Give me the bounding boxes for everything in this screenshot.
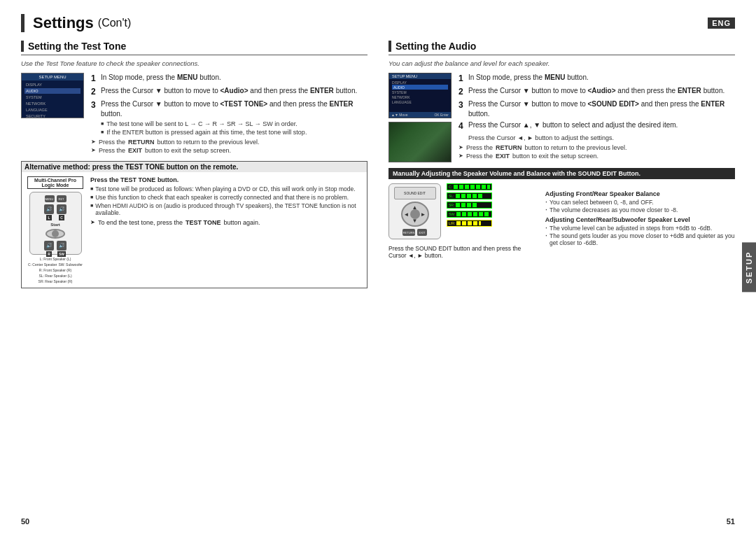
right-screen-2 bbox=[388, 122, 451, 162]
eq-label-3: SR: bbox=[449, 203, 454, 207]
speaker-R: 🔊 R bbox=[44, 241, 54, 257]
bullet-1: The test tone will be sent to L → C → R … bbox=[101, 120, 368, 127]
remote-bottom-btns: RETURN EXIT bbox=[402, 229, 427, 236]
menu-item: SECURITY bbox=[24, 113, 80, 118]
right-step-text-4: Press the Cursor ▲, ▼ button to select a… bbox=[468, 120, 678, 132]
speaker-legend: L: Front Speaker (L) C: Center Speaker S… bbox=[27, 257, 83, 283]
page-num-left: 50 bbox=[21, 517, 29, 526]
ssm-header-1: SETUP MENU bbox=[389, 73, 451, 79]
remote-nav-large: ▲ ▼ ◄ ► bbox=[401, 202, 429, 227]
step-num-2: 2 bbox=[91, 86, 101, 97]
step-text-3: Press the Cursor ▼ button to move to <TE… bbox=[101, 99, 368, 118]
right-step-3: 3 Press the Cursor ▼ button to move to <… bbox=[458, 99, 735, 118]
remote-btn-2: EXIT bbox=[417, 229, 427, 236]
right-step-text-3: Press the Cursor ▼ button to move to <SO… bbox=[468, 99, 735, 118]
nav-left: ◄ bbox=[404, 211, 410, 218]
speaker-label-SW: SW bbox=[57, 251, 66, 257]
speaker-icons-row: 🔊 L 🔊 C bbox=[44, 204, 66, 220]
ssm-item-active: AUDIO bbox=[392, 85, 448, 90]
eq-fill-1 bbox=[454, 185, 490, 189]
eq-fill-4 bbox=[456, 212, 490, 216]
right-step-text-1: In Stop mode, press the MENU button. bbox=[468, 73, 589, 84]
step-num-1: 1 bbox=[91, 73, 101, 84]
sound-edit-remote-eq: SOUND EDIT ▲ ▼ ◄ ► RETU bbox=[388, 183, 538, 239]
speaker-label-C: C bbox=[59, 215, 64, 220]
left-steps-area: SETUP MENU DISPLAY AUDIO SYSTEM NETWORK … bbox=[21, 73, 368, 155]
title-text: Settings bbox=[33, 14, 94, 32]
eq-row-4: SW: bbox=[447, 211, 492, 218]
nav-right: ► bbox=[421, 211, 426, 218]
ssm-items-1: DISPLAY AUDIO SYSTEM NETWORK LANGUAGE bbox=[389, 79, 451, 112]
speaker-SW: 🔊 SW bbox=[57, 241, 66, 257]
step-num-3: 3 bbox=[91, 99, 101, 118]
alt-method-box: Alternative method: press the TEST TONE … bbox=[21, 161, 368, 288]
eq-label-1: C: bbox=[449, 185, 452, 189]
remote-top-area: SOUND EDIT bbox=[394, 187, 436, 199]
right-screen-1: SETUP MENU DISPLAY AUDIO SYSTEM NETWORK … bbox=[388, 73, 451, 118]
legend-SW: SW: Subwoofer bbox=[58, 262, 83, 267]
right-screens: SETUP MENU DISPLAY AUDIO SYSTEM NETWORK … bbox=[388, 73, 451, 162]
ssm-item: NETWORK bbox=[392, 94, 448, 99]
alt-bullet-2: Use this function to check that each spe… bbox=[90, 194, 361, 201]
right-step-num-2: 2 bbox=[458, 86, 468, 97]
left-screen-1: SETUP MENU DISPLAY AUDIO SYSTEM NETWORK … bbox=[21, 73, 84, 118]
page-numbers: 50 51 bbox=[0, 517, 756, 526]
eq-label-2: SL: bbox=[449, 194, 454, 198]
speaker-icon-L: 🔊 bbox=[44, 204, 54, 214]
right-arrow-2: Press the EXIT button to exit the setup … bbox=[458, 153, 735, 160]
page-container: Settings (Con't) ENG Setting the Test To… bbox=[0, 0, 756, 534]
legend-R: R: Front Speaker (R) bbox=[39, 268, 71, 272]
alt-method-content: Multi-Channel Pro Logic Mode MENU RET 🔊 … bbox=[27, 176, 361, 283]
ssm-footer-1: ▲▼ MoveOK Enter bbox=[389, 112, 451, 118]
eq-fill-5 bbox=[456, 221, 481, 225]
right-steps-text: 1 In Stop mode, press the MENU button. 2… bbox=[458, 73, 735, 162]
legend-L: L: Front Speaker (L) bbox=[40, 257, 71, 261]
speaker-L: 🔊 L bbox=[44, 204, 54, 220]
title-bar-decoration bbox=[21, 14, 24, 32]
speaker-C: 🔊 C bbox=[57, 204, 66, 220]
eq-label-5: L/R: bbox=[449, 221, 455, 225]
eq-bar-5: L/R: bbox=[447, 220, 492, 227]
speaker-label-R: R bbox=[46, 251, 52, 257]
remote-nav-circle bbox=[46, 229, 65, 239]
bullet-2: If the ENTER button is pressed again at … bbox=[101, 129, 368, 136]
left-section-title: Setting the Test Tone bbox=[21, 41, 368, 55]
speaker-icons-row-2: 🔊 R 🔊 SW bbox=[44, 241, 66, 257]
eq-row-1: C: bbox=[447, 183, 492, 190]
legend-C: C: Center Speaker bbox=[28, 262, 57, 267]
eq-fill-3 bbox=[456, 203, 477, 207]
speaker-label-L: L bbox=[46, 215, 51, 220]
nav-down: ▼ bbox=[412, 218, 418, 224]
menu-item: SYSTEM bbox=[24, 94, 80, 100]
sound-edit-visuals: SOUND EDIT ▲ ▼ ◄ ► RETU bbox=[388, 183, 538, 259]
left-bullets: The test tone will be sent to L → C → R … bbox=[101, 120, 368, 136]
left-title-bar bbox=[21, 41, 24, 52]
setup-tab: SETUP bbox=[742, 242, 756, 292]
menu-item: LANGUAGE bbox=[24, 107, 80, 113]
speaker-icon-SW: 🔊 bbox=[57, 241, 66, 251]
cursor-note: Press the Cursor ◄, ► button to adjust t… bbox=[468, 134, 735, 141]
speaker-icon-R: 🔊 bbox=[44, 241, 54, 251]
adjusting-front-bullet-1: You can select between 0, -8, and OFF. bbox=[545, 199, 735, 206]
left-column: Setting the Test Tone Use the Test Tone … bbox=[21, 41, 368, 288]
page-num-right: 51 bbox=[727, 517, 735, 526]
step-text-2: Press the Cursor ▼ button to move to <Au… bbox=[101, 86, 357, 97]
eq-fill-2 bbox=[456, 194, 484, 198]
start-label: Start bbox=[50, 223, 60, 227]
right-title-bar bbox=[388, 41, 391, 52]
alt-method-title: Alternative method: press the TEST TONE … bbox=[22, 162, 367, 172]
sound-edit-instruction: Press the SOUND EDIT button and then pre… bbox=[388, 245, 538, 259]
alt-bullet-1: Test tone will be produced as follows: W… bbox=[90, 185, 361, 192]
ssm-item: SYSTEM bbox=[392, 90, 448, 94]
left-subtitle: Use the Test Tone feature to check the s… bbox=[21, 59, 368, 67]
right-step-text-2: Press the Cursor ▼ button to move to <Au… bbox=[468, 86, 724, 97]
sound-edit-section: Manually Adjusting the Speaker Volume an… bbox=[388, 168, 735, 259]
remote-sound-box: SOUND EDIT ▲ ▼ ◄ ► RETU bbox=[388, 183, 441, 239]
alt-method-steps: Press the TEST TONE button. Test tone wi… bbox=[90, 176, 361, 283]
remote-top-buttons: MENU RET bbox=[45, 195, 66, 202]
nav-up: ▲ bbox=[412, 204, 418, 211]
eq-bar-4: SW: bbox=[447, 211, 492, 218]
eq-display: C: SL: bbox=[447, 183, 492, 239]
content-columns: Setting the Test Tone Use the Test Tone … bbox=[21, 41, 735, 288]
right-step-num-1: 1 bbox=[458, 73, 468, 84]
